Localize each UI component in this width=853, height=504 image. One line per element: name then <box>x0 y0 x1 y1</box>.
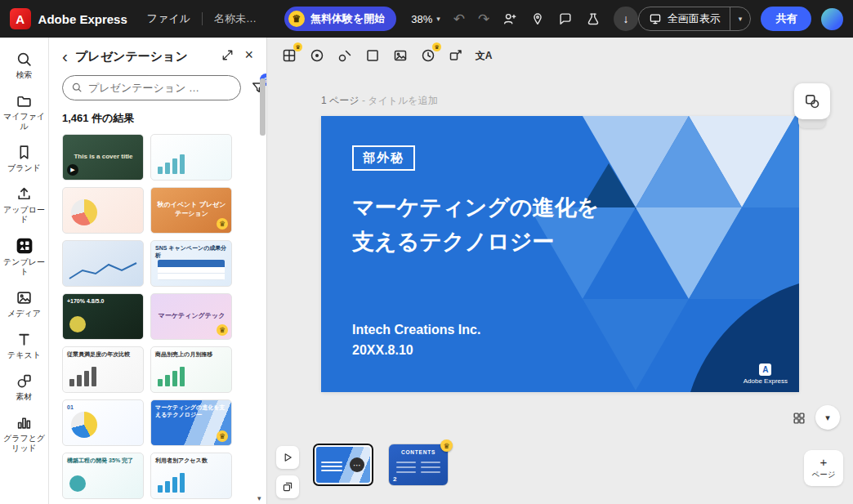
fullscreen-button[interactable]: 全画面表示 <box>639 11 730 26</box>
template-label: マーケティングテック <box>155 312 228 321</box>
undo-button[interactable]: ↶ <box>453 11 465 28</box>
template-thumbnail[interactable]: This is a cover title▶ <box>62 134 144 181</box>
template-thumbnail[interactable]: 従業員満足度の年次比較 <box>62 346 144 393</box>
page-thumbnail-1[interactable]: ⋯ <box>313 444 373 486</box>
confidential-badge[interactable]: 部外秘 <box>352 145 415 171</box>
slide-subtitle[interactable]: Intech Creations Inc. 20XX.8.10 <box>352 320 480 361</box>
template-thumbnail[interactable] <box>62 240 144 287</box>
free-trial-button[interactable]: ♛ 無料体験を開始 <box>284 7 396 31</box>
templates-icon <box>16 237 33 255</box>
templates-panel: ‹ プレゼンテーション × 2 1,461 件の結果 This is a cov… <box>49 38 267 504</box>
plus-icon: + <box>820 456 828 468</box>
sidebar-item-brand[interactable]: ブランド <box>1 137 48 179</box>
results-count: 1,461 件の結果 <box>62 111 253 126</box>
template-label: 秋のイベント プレゼンテーション <box>155 201 228 219</box>
template-thumbnail[interactable]: 利用者別アクセス数 <box>150 453 232 499</box>
template-thumbnail[interactable]: SNS キャンペーンの成果分析 <box>150 240 232 287</box>
template-label: 従業員満足度の年次比較 <box>67 350 140 358</box>
fullscreen-options-button[interactable]: ▾ <box>730 15 751 23</box>
template-thumbnail[interactable] <box>62 187 144 234</box>
template-thumbnail[interactable]: 秋のイベント プレゼンテーション♛ <box>150 187 232 234</box>
color-wheel-button[interactable] <box>305 43 329 68</box>
add-collaborator-button[interactable] <box>502 11 517 26</box>
template-grid: This is a cover title▶秋のイベント プレゼンテーション♛S… <box>62 134 253 499</box>
beta-features-button[interactable] <box>586 11 601 26</box>
history-button[interactable]: ♛ <box>416 43 440 68</box>
collapse-pages-button[interactable]: ▾ <box>815 405 840 430</box>
pages-icon <box>282 481 293 493</box>
grid-view-button[interactable] <box>788 407 811 430</box>
file-menu[interactable]: ファイル <box>147 11 190 26</box>
company-name: Intech Creations Inc. <box>352 320 480 341</box>
panel-scrollbar[interactable] <box>260 78 266 499</box>
folder-icon <box>16 92 33 109</box>
chevron-down-icon: ▾ <box>436 15 440 23</box>
bar-chart-icon <box>16 414 33 431</box>
pin-button[interactable] <box>530 11 545 26</box>
crown-icon: ♛ <box>432 42 441 51</box>
play-icon: ▶ <box>67 164 78 176</box>
sidebar-item-templates[interactable]: テンプレート <box>1 230 48 283</box>
template-thumbnail[interactable] <box>150 134 232 181</box>
template-thumbnail[interactable]: +170% 4.8/5.0 <box>62 293 144 340</box>
present-button[interactable] <box>276 446 299 469</box>
beaker-icon <box>586 11 601 26</box>
expand-panel-button[interactable] <box>221 49 234 61</box>
translate-button[interactable]: 文A <box>471 43 496 68</box>
zoom-control[interactable]: 38% ▾ <box>411 13 440 25</box>
slide-page-1[interactable]: 部外秘 マーケティングの進化を 支えるテクノロジー Intech Creatio… <box>321 116 799 392</box>
page-thumbnail-2[interactable]: CONTENTS 2 ♛ <box>388 444 449 486</box>
fullscreen-label: 全画面表示 <box>668 11 721 26</box>
resize-button[interactable] <box>444 43 468 68</box>
image-frame-icon <box>392 47 409 64</box>
back-button[interactable]: ‹ <box>62 47 68 65</box>
sidebar-item-search[interactable]: 検索 <box>1 44 48 86</box>
template-thumbnail[interactable]: マーケティングの進化を支えるテクノロジー♛ <box>150 399 232 446</box>
panel-header: ‹ プレゼンテーション × <box>62 47 253 65</box>
watermark-logo: A <box>759 364 771 376</box>
share-button[interactable]: 共有 <box>761 7 811 31</box>
floating-panel-button[interactable] <box>794 83 830 119</box>
add-page-button[interactable]: + ページ <box>804 450 843 486</box>
page-indicator: 1 ページ <box>321 95 360 106</box>
sidebar-item-media[interactable]: メディア <box>1 283 48 324</box>
rectangle-icon <box>364 47 381 64</box>
shapes-tool-button[interactable] <box>333 43 357 68</box>
template-label: SNS キャンペーンの成果分析 <box>155 244 228 260</box>
sidebar-item-charts-grids[interactable]: グラフとグリッド <box>1 408 48 459</box>
slide-title[interactable]: マーケティングの進化を 支えるテクノロジー <box>352 191 599 260</box>
avatar[interactable] <box>821 8 843 30</box>
adobe-express-logo[interactable]: A <box>10 8 31 29</box>
page-header: 1 ページ - タイトルを追加 <box>321 94 438 108</box>
design-styles-button[interactable]: ♛ <box>277 43 301 68</box>
template-thumbnail[interactable]: 商品別売上の月別推移 <box>150 346 232 393</box>
template-thumbnail[interactable]: 構築工程の開発 35% 完了 <box>62 453 144 499</box>
download-button[interactable]: ↓ <box>614 7 638 31</box>
template-thumbnail[interactable]: 01 <box>62 399 144 446</box>
rectangle-tool-button[interactable] <box>360 43 385 68</box>
template-thumbnail[interactable]: マーケティングテック♛ <box>150 293 232 340</box>
play-icon <box>282 452 293 463</box>
page-title-placeholder[interactable]: - タイトルを追加 <box>362 95 438 106</box>
crown-icon: ♛ <box>288 11 305 27</box>
pages-overview-button[interactable] <box>276 475 299 498</box>
free-trial-label: 無料体験を開始 <box>310 11 385 26</box>
comments-button[interactable] <box>558 11 573 26</box>
sidebar-item-elements[interactable]: 素材 <box>1 366 48 408</box>
page-options-button[interactable]: ⋯ <box>350 457 364 472</box>
redo-button[interactable]: ↷ <box>478 11 489 28</box>
sidebar-item-upload[interactable]: アップロード <box>1 179 48 230</box>
context-toolbar: ♛ ♛ 文A <box>277 43 496 68</box>
premium-crown-icon: ♛ <box>217 218 228 230</box>
close-panel-button[interactable]: × <box>244 47 253 62</box>
page-2-preview <box>396 462 440 473</box>
app-sidebar: 検索 マイファイル ブランド アップロード テンプレート メディア テキスト 素… <box>0 38 49 504</box>
template-search-input[interactable] <box>88 82 232 94</box>
sidebar-item-my-files[interactable]: マイファイル <box>1 86 48 137</box>
sidebar-item-text[interactable]: テキスト <box>1 324 48 366</box>
frame-tool-button[interactable] <box>388 43 413 68</box>
document-name[interactable]: 名称未設… <box>214 11 266 26</box>
logo-letter: A <box>16 12 25 26</box>
scrollbar-thumb[interactable] <box>260 78 266 136</box>
media-icon <box>16 289 33 306</box>
